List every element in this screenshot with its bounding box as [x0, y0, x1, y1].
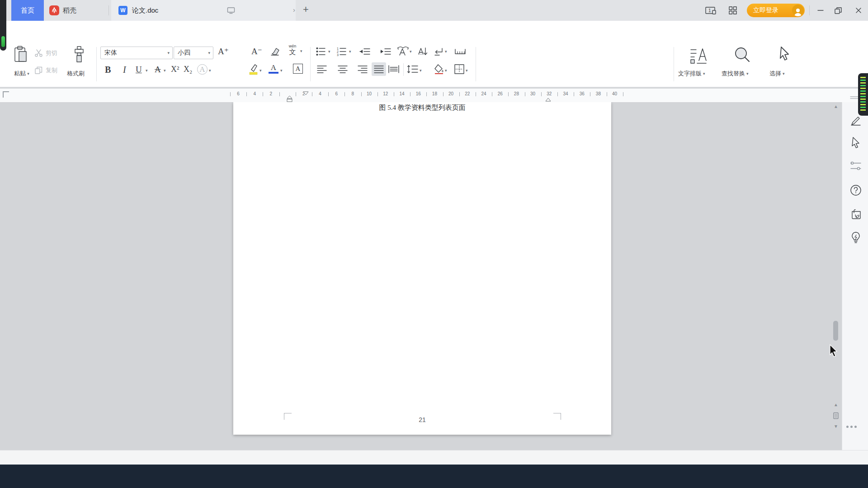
pinyin-dropdown[interactable]: ▾: [300, 49, 302, 53]
shading-dropdown[interactable]: ▾: [445, 68, 447, 73]
next-page-button[interactable]: ▼: [834, 424, 838, 429]
statusbar: 页面: 26/32 字数: 11518 拼写检查 ▾ 文档校对 兼容模式 T? …: [0, 450, 868, 465]
sort-button[interactable]: [417, 46, 429, 57]
bullet-list-dropdown[interactable]: ▾: [328, 49, 330, 54]
shading-button[interactable]: [433, 64, 445, 76]
strikethrough-dropdown[interactable]: ▾: [164, 68, 166, 73]
tab-document[interactable]: W 论文.doc: [111, 0, 296, 21]
sidebar-annotate-icon[interactable]: [850, 115, 862, 127]
subscript-button[interactable]: X₂: [184, 65, 192, 74]
superscript-button[interactable]: X²: [171, 65, 179, 74]
line-spacing-button[interactable]: [407, 64, 419, 74]
avatar: [792, 5, 804, 16]
cast-screen-icon[interactable]: [227, 7, 235, 14]
find-replace-icon[interactable]: [732, 45, 751, 67]
char-border-button[interactable]: A: [293, 64, 303, 74]
sidebar-help-icon[interactable]: [850, 184, 862, 196]
login-button[interactable]: 立即登录: [747, 4, 805, 17]
previous-page-button[interactable]: ▲: [834, 402, 838, 407]
char-effects-button[interactable]: A: [197, 64, 208, 75]
numbered-list-dropdown[interactable]: ▾: [349, 49, 351, 54]
cut-label: 剪切: [46, 49, 57, 57]
show-marks-button[interactable]: [433, 47, 444, 56]
clear-format-icon[interactable]: [269, 47, 280, 56]
tab-docer[interactable]: 稻壳: [44, 0, 103, 21]
titlebar-divider: [809, 5, 810, 15]
select-browse-object-button[interactable]: [833, 412, 839, 419]
justify-button[interactable]: [372, 62, 386, 76]
select-label: 选择: [769, 70, 781, 78]
numbered-list-button[interactable]: 123: [336, 47, 347, 56]
copy-button[interactable]: 复制: [34, 66, 57, 75]
tab-ruler-button[interactable]: [454, 47, 467, 56]
bold-button[interactable]: B: [105, 65, 111, 75]
align-left-button[interactable]: [316, 65, 327, 73]
highlight-dropdown[interactable]: ▾: [259, 68, 262, 73]
decrease-font-button[interactable]: A⁻: [251, 46, 262, 56]
cut-button[interactable]: 剪切: [34, 49, 57, 57]
decrease-indent-button[interactable]: [359, 47, 371, 56]
tab-home[interactable]: 首页: [11, 0, 44, 21]
document-area[interactable]: 图 5.4 教学资料类型列表页面 21 ▲ ▲ ▼: [0, 102, 868, 450]
increase-indent-button[interactable]: [380, 47, 392, 56]
tab-overflow-chevron[interactable]: ›: [293, 6, 295, 14]
highlight-color-button[interactable]: [248, 63, 259, 77]
font-name-combo[interactable]: 宋体▾: [100, 47, 173, 59]
pinyin-bottom: 文: [287, 48, 298, 55]
minimize-button[interactable]: [816, 6, 825, 14]
ruler-corner-icon[interactable]: [3, 91, 9, 98]
distribute-button[interactable]: [388, 65, 400, 73]
show-marks-dropdown[interactable]: ▾: [445, 49, 447, 54]
docked-widget[interactable]: [0, 0, 6, 51]
underline-button[interactable]: U: [136, 65, 142, 75]
scrollbar-thumb[interactable]: [833, 321, 838, 341]
paste-button[interactable]: 粘贴▾: [10, 70, 33, 78]
scroll-up-arrow[interactable]: ▲: [834, 104, 838, 109]
bullet-list-button[interactable]: [316, 47, 326, 56]
char-effects-dropdown[interactable]: ▾: [209, 68, 211, 73]
text-layout-button[interactable]: 文字排版▾: [678, 70, 705, 78]
line-spacing-dropdown[interactable]: ▾: [420, 68, 422, 73]
borders-dropdown[interactable]: ▾: [466, 68, 468, 73]
restore-button[interactable]: [834, 6, 842, 14]
close-button[interactable]: [854, 6, 863, 14]
char-scale-dropdown[interactable]: ▾: [410, 49, 412, 54]
first-line-indent-marker[interactable]: [303, 89, 309, 97]
find-replace-button[interactable]: 查找替换▾: [722, 70, 749, 78]
tab-docer-label: 稻壳: [63, 6, 76, 15]
horizontal-ruler[interactable]: 642246810121416182022242628303234363840: [0, 89, 868, 103]
increase-font-button[interactable]: A⁺: [218, 46, 229, 56]
sidebar-adjust-icon[interactable]: [850, 161, 862, 171]
font-size-combo[interactable]: 小四▾: [174, 47, 213, 59]
workspace-grid-icon[interactable]: [729, 6, 737, 14]
paste-icon[interactable]: [13, 45, 29, 64]
skin-widget[interactable]: [858, 73, 868, 116]
underline-dropdown[interactable]: ▾: [146, 68, 148, 73]
format-painter-button[interactable]: 格式刷: [67, 70, 85, 78]
document-page[interactable]: 图 5.4 教学资料类型列表页面 21: [233, 102, 611, 435]
group-divider: [96, 47, 97, 81]
multi-window-icon[interactable]: 1: [705, 6, 717, 14]
font-color-button[interactable]: A: [269, 64, 278, 74]
svg-text:2: 2: [337, 50, 339, 53]
pinyin-guide-button[interactable]: wén 文: [287, 44, 298, 55]
sidebar-more-dots[interactable]: [846, 426, 857, 428]
char-scale-button[interactable]: [397, 46, 410, 57]
sidebar-skin-shop-icon[interactable]: [850, 208, 863, 221]
italic-button[interactable]: I: [123, 65, 126, 75]
format-painter-icon[interactable]: [71, 45, 87, 64]
new-tab-button[interactable]: +: [303, 4, 309, 15]
align-right-button[interactable]: [357, 65, 368, 73]
align-center-button[interactable]: [337, 65, 348, 73]
strikethrough-button[interactable]: A: [155, 65, 161, 75]
sidebar-quick-tools-icon[interactable]: [850, 231, 862, 244]
font-color-dropdown[interactable]: ▾: [280, 68, 283, 73]
borders-button[interactable]: [454, 64, 465, 75]
sidebar-select-icon[interactable]: [850, 136, 862, 149]
select-tool-button[interactable]: 选择▾: [769, 70, 785, 78]
tab-document-label: 论文.doc: [132, 6, 158, 15]
select-tool-icon[interactable]: [777, 46, 792, 66]
right-sidebar: [842, 102, 868, 450]
text-layout-icon[interactable]: [690, 46, 707, 64]
font-color-glyph: A: [269, 64, 278, 71]
